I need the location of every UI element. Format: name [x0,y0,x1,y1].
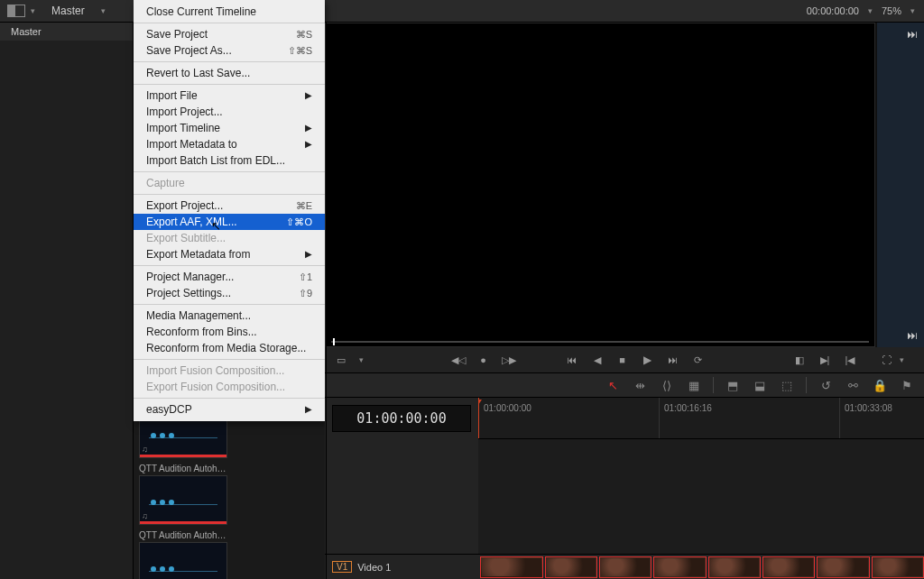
ruler-mark: 01:00:33:08 [845,403,892,413]
timeline-clip[interactable] [817,556,869,578]
timeline-clip[interactable] [480,556,543,578]
expand-icon[interactable]: ⛶ [880,353,894,367]
flag-icon[interactable]: ⚑ [899,377,915,393]
timeline-clip[interactable] [872,556,924,578]
clip-label: QTT Audition Autohe... [139,530,227,540]
link-icon[interactable]: ⚯ [845,377,861,393]
clip-label: QTT Audition Autohe... [139,464,227,473]
menu-capture: Capture [134,175,325,191]
chevron-down-icon[interactable]: ▾ [900,355,904,364]
blade-tool-icon[interactable]: ⟨⟩ [659,377,675,393]
timeline-clip[interactable] [708,556,761,578]
menu-export-aaf-xml[interactable]: Export AAF, XML...⇧⌘O [134,214,325,230]
transport-bar: ▭ ▾ ◀◁ ● ▷▶ ⏮ ◀ ■ ▶ ⏭ ⟳ ◧ ▶| |◀ ⛶ ▾ [325,347,924,372]
menu-import-project[interactable]: Import Project... [134,104,325,120]
menu-export-subtitle: Export Subtitle... [134,230,325,246]
chevron-down-icon[interactable]: ▾ [31,6,35,15]
loop-icon[interactable]: ⟳ [691,353,706,367]
clip-thumbnail[interactable]: QTT Audition Autohe... [139,464,227,525]
timeline-toolbar: ↖ ⇹ ⟨⟩ ▦ ⬒ ⬓ ⬚ ↺ ⚯ 🔒 ⚑ [325,372,924,398]
snap-icon[interactable]: ↺ [818,377,834,393]
skip-forward-icon[interactable]: ⏭ [904,329,920,342]
menu-project-manager[interactable]: Project Manager...⇧1 [134,269,325,285]
chevron-down-icon[interactable]: ▾ [101,6,106,15]
ruler-mark: 01:00:00:00 [484,403,531,413]
bin-tab-master[interactable]: Master [0,23,133,41]
source-viewer[interactable] [325,23,875,347]
timeline-panel: 01:00:00:00 V1 Video 1 01:00:00:00 01:00… [325,398,924,579]
viewer-zoom-right[interactable]: 75% [882,5,901,16]
skip-forward-icon[interactable]: ⏭ [904,28,920,41]
clip-thumbnail[interactable]: QTT Audition Autohe... [139,530,227,579]
submenu-arrow-icon: ▶ [305,122,312,134]
submenu-arrow-icon: ▶ [305,248,312,261]
playhead[interactable] [478,398,479,438]
play-icon[interactable]: ▶ [641,353,655,367]
chevron-down-icon[interactable]: ▾ [868,6,873,15]
track-name-label: Video 1 [357,562,391,573]
program-viewer-sliver[interactable]: ⏭ ⏭ [877,23,924,347]
menu-media-management[interactable]: Media Management... [134,308,325,324]
file-context-menu: Close Current Timeline Save Project⌘S Sa… [134,0,325,421]
chevron-down-icon[interactable]: ▾ [359,355,364,364]
go-end-icon[interactable]: ⏭ [666,353,680,367]
timeline-track-headers: 01:00:00:00 V1 Video 1 [325,398,478,579]
menu-import-batch[interactable]: Import Batch List from EDL... [134,152,325,169]
timeline-clip[interactable] [545,556,597,578]
trim-tool-icon[interactable]: ⇹ [632,377,648,393]
timeline-canvas[interactable]: 01:00:00:00 01:00:16:16 01:00:33:08 [478,398,924,579]
topbar-layout-group: ▾ Master ▾ [0,1,134,21]
submenu-arrow-icon: ▶ [305,138,312,151]
video-track-header[interactable]: V1 Video 1 [325,554,478,579]
replace-tool-icon[interactable]: ⬓ [752,377,768,393]
menu-save-project[interactable]: Save Project⌘S [134,26,325,42]
menu-export-project[interactable]: Export Project...⌘E [134,198,325,214]
track-badge[interactable]: V1 [332,561,352,573]
arrow-tool-icon[interactable]: ↖ [605,377,621,393]
menu-reconform-media[interactable]: Reconform from Media Storage... [134,340,325,356]
menu-import-file[interactable]: Import File▶ [134,87,325,104]
layout-icon[interactable] [7,5,25,17]
video-track-lane[interactable] [478,554,924,579]
lock-icon[interactable]: 🔒 [872,377,888,393]
main-area: ⏭ ⏭ ▭ ▾ ◀◁ ● ▷▶ ⏮ ◀ ■ ▶ ⏭ ⟳ ◧ ▶| |◀ ⛶ ▾ … [325,23,924,579]
overwrite-tool-icon[interactable]: ⬒ [725,377,741,393]
submenu-arrow-icon: ▶ [305,403,312,416]
menu-easydcp[interactable]: easyDCP▶ [134,401,325,418]
panel-resizer[interactable] [325,23,328,579]
play-reverse-icon[interactable]: ◀ [590,353,605,367]
menu-export-fusion: Export Fusion Composition... [134,379,325,395]
ruler-mark: 01:00:16:16 [664,403,712,413]
timeline-clip[interactable] [599,556,651,578]
go-start-icon[interactable]: ⏮ [565,353,579,367]
viewer-timecode-right[interactable]: 00:00:00:00 [807,5,859,16]
timeline-timecode-display[interactable]: 01:00:00:00 [332,405,471,432]
menu-import-timeline[interactable]: Import Timeline▶ [134,120,325,136]
insert-tool-icon[interactable]: ▦ [686,377,702,393]
marker-dot-icon[interactable]: ● [476,353,491,367]
menu-project-settings[interactable]: Project Settings...⇧9 [134,285,325,301]
last-frame-icon[interactable]: ▷▶ [502,353,516,367]
viewer-mode-icon[interactable]: ▭ [334,353,348,367]
timeline-clip[interactable] [653,556,706,578]
timeline-clip[interactable] [762,556,815,578]
match-frame-icon[interactable]: ◧ [792,353,807,367]
submenu-arrow-icon: ▶ [305,89,312,102]
menu-import-fusion: Import Fusion Composition... [134,363,325,379]
menu-reconform-bins[interactable]: Reconform from Bins... [134,324,325,340]
stop-icon[interactable]: ■ [615,353,630,367]
menu-export-metadata[interactable]: Export Metadata from▶ [134,246,325,262]
timeline-ruler[interactable]: 01:00:00:00 01:00:16:16 01:00:33:08 [478,398,924,439]
prev-edit-icon[interactable]: |◀ [843,353,857,367]
first-frame-icon[interactable]: ◀◁ [451,353,466,367]
menu-save-project-as[interactable]: Save Project As...⇧⌘S [134,42,325,59]
pool-tab-master[interactable]: Master [41,1,96,21]
fit-tool-icon[interactable]: ⬚ [779,377,795,393]
menu-revert[interactable]: Revert to Last Save... [134,65,325,81]
menu-import-metadata[interactable]: Import Metadata to▶ [134,136,325,152]
chevron-down-icon[interactable]: ▾ [910,6,915,15]
next-edit-icon[interactable]: ▶| [818,353,832,367]
bin-sidebar: Master [0,23,134,579]
viewer-row: ⏭ ⏭ [325,23,924,347]
menu-close-timeline[interactable]: Close Current Timeline [134,4,325,20]
